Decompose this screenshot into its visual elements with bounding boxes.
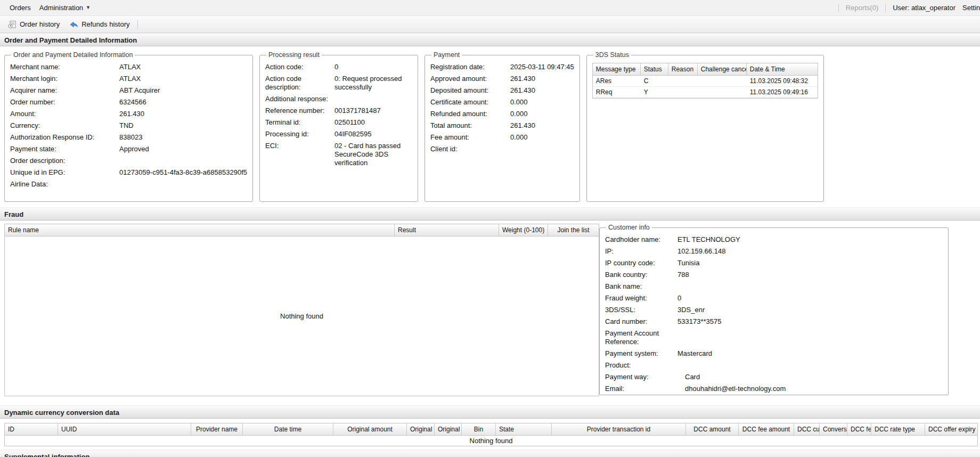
field-label: Acquirer name: (10, 86, 119, 95)
field-label: Client id: (430, 145, 510, 153)
order-history-label: Order history (20, 20, 60, 28)
column-header[interactable]: ID (5, 423, 58, 435)
menu-orders[interactable]: Orders (5, 2, 35, 14)
field-value: 0 (677, 294, 943, 303)
fraud-table-body: Nothing found (5, 236, 599, 396)
field-value (119, 180, 247, 189)
three-ds-status-panel: 3DS Status Message type Status Reason Ch… (586, 51, 824, 202)
column-header[interactable]: Original c (435, 423, 462, 435)
three-ds-table: Message type Status Reason Challenge can… (592, 63, 818, 99)
menu-settings[interactable]: Settings (962, 4, 980, 12)
payment-panel: Payment Registration date: 2025-03-11 09… (424, 51, 580, 202)
field-row: Product: (605, 361, 943, 370)
column-header[interactable]: Join the list (548, 224, 599, 236)
column-header[interactable]: State (496, 423, 552, 435)
field-row: Payment system: Mastercard (605, 349, 943, 358)
field-label: Total amount: (430, 121, 510, 130)
field-value: 0.000 (510, 133, 574, 142)
column-header[interactable]: Weight (0-100) (499, 224, 548, 236)
column-header[interactable]: DCC amount (686, 423, 739, 435)
field-label: Payment way: (605, 373, 677, 381)
order-history-icon (8, 20, 17, 29)
field-row: Payment way: Card (605, 373, 943, 381)
field-label: Cardholder name: (605, 235, 677, 244)
column-header[interactable]: DCC fee (847, 423, 871, 435)
cell-challenge-cancel (698, 87, 747, 97)
field-row: Certificate amount: 0.000 (430, 98, 574, 107)
field-value: Card (677, 373, 943, 381)
field-label: Deposited amount: (430, 86, 510, 95)
processing-result-panel: Processing result Action code: 0 Action … (259, 51, 418, 202)
field-row: Reference number: 001371781487 (265, 107, 412, 115)
field-value: 2025-03-11 09:47:45 (510, 63, 574, 71)
order-history-button[interactable]: Order history (3, 19, 64, 30)
field-value: 102.159.66.148 (677, 247, 943, 256)
column-header[interactable]: UUID (58, 423, 191, 435)
column-header[interactable]: Provider name (191, 423, 243, 435)
column-header[interactable]: Date & Time (747, 63, 818, 75)
column-header[interactable]: Original f (407, 423, 435, 435)
field-value: 02501100 (334, 118, 412, 127)
cell-status: Y (641, 87, 668, 97)
column-header[interactable]: Conversi (820, 423, 847, 435)
field-value: 0 (334, 63, 412, 71)
column-header[interactable]: Rule name (5, 224, 395, 236)
field-row: Cardholder name: ETL TECHNOLOGY (605, 235, 943, 244)
field-value (510, 145, 574, 153)
supplemental-section-header: Supplemental information (0, 451, 980, 457)
table-row[interactable]: RReq Y 11.03.2025 09:49:16 (593, 87, 818, 98)
field-label: IP country code: (605, 259, 677, 267)
column-header[interactable]: Reason (668, 63, 698, 75)
column-header[interactable]: Bin (462, 423, 496, 435)
field-row: Merchant login: ATLAX (10, 75, 247, 83)
field-row: Additional response: (265, 95, 412, 103)
column-header[interactable]: DCC curr (794, 423, 820, 435)
field-label: 3DS/SSL: (605, 306, 677, 314)
cell-message-type: RReq (593, 87, 641, 97)
menu-reports[interactable]: Reports(0) (846, 4, 878, 12)
dcc-table-body: Nothing found (5, 436, 977, 446)
column-header[interactable]: Provider transaction id (552, 423, 686, 435)
field-value: ETL TECHNOLOGY (677, 235, 943, 244)
column-header[interactable]: DCC rate type (871, 423, 925, 435)
refunds-history-button[interactable]: Refunds history (64, 19, 134, 30)
field-value: dhouhahidri@etl-technology.com (677, 385, 943, 393)
field-label: Fraud weight: (605, 294, 677, 303)
menu-administration-label: Administration (39, 4, 83, 12)
cell-date-time: 11.03.2025 09:49:16 (747, 87, 818, 97)
field-value: 533173**3575 (677, 317, 943, 326)
field-value (119, 157, 247, 165)
column-header[interactable]: Original amount (333, 423, 407, 435)
cell-status: C (641, 76, 668, 86)
column-header[interactable]: Status (641, 63, 668, 75)
field-value: 261.430 (510, 75, 574, 83)
field-row: 3DS/SSL: 3DS_enr (605, 306, 943, 314)
field-row: Fraud weight: 0 (605, 294, 943, 303)
column-header[interactable]: DCC offer expiry (925, 423, 977, 435)
menu-bar-right: Reports(0) User: atlax_operator Settings (838, 4, 980, 12)
column-header[interactable]: Challenge cancel (698, 63, 747, 75)
column-header[interactable]: DCC fee amount (739, 423, 794, 435)
order-details-panel: Order and Payment Detailed Information M… (4, 51, 253, 202)
field-value: 0.000 (510, 110, 574, 118)
field-label: Currency: (10, 121, 119, 130)
field-row: Card number: 533173**3575 (605, 317, 943, 326)
field-value: 001371781487 (334, 107, 412, 115)
column-header[interactable]: Date time (243, 423, 333, 435)
menu-administration[interactable]: Administration ▼ (35, 2, 95, 14)
field-value: 3DS_enr (677, 306, 943, 314)
field-value: 261.430 (510, 121, 574, 130)
column-header[interactable]: Message type (593, 63, 641, 75)
field-row: Merchant name: ATLAX (10, 63, 247, 71)
customer-info-legend: Customer info (606, 224, 652, 231)
field-row: Order description: (10, 157, 247, 165)
field-label: ECI: (265, 142, 334, 167)
empty-state-text: Nothing found (280, 312, 323, 320)
field-label: Action code description: (265, 75, 334, 92)
dcc-region: ID UUID Provider name Date time Original… (0, 419, 980, 450)
field-row: Bank country: 788 (605, 271, 943, 279)
column-header[interactable]: Result (395, 224, 499, 236)
field-label: Bank name: (605, 282, 677, 291)
table-row[interactable]: ARes C 11.03.2025 09:48:32 (593, 76, 818, 87)
field-row: Terminal id: 02501100 (265, 118, 412, 127)
